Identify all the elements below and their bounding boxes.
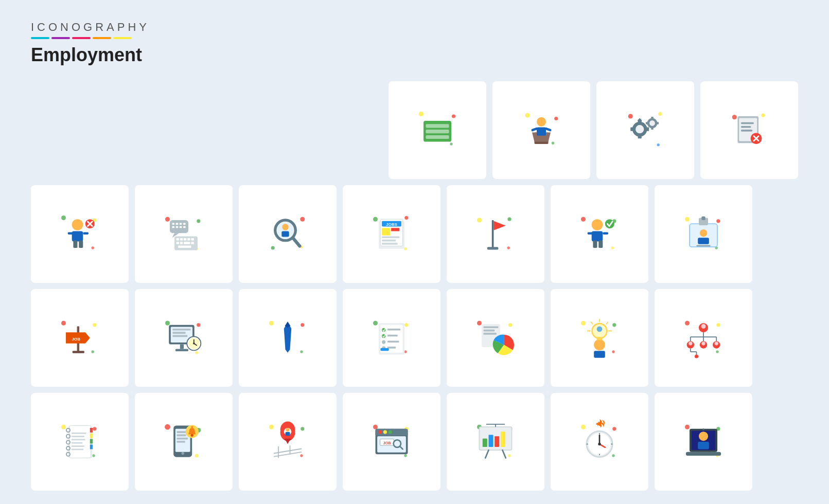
- icon-fired[interactable]: [31, 185, 129, 283]
- icon-job-search-web[interactable]: JOB: [343, 393, 440, 491]
- svg-point-123: [700, 229, 707, 237]
- svg-point-212: [92, 454, 95, 457]
- svg-rect-96: [382, 228, 390, 235]
- color-bar-2: [51, 37, 70, 39]
- svg-rect-166: [380, 348, 389, 351]
- svg-point-149: [301, 323, 304, 327]
- svg-rect-172: [484, 330, 495, 332]
- svg-point-20: [658, 112, 662, 116]
- icon-tie[interactable]: [239, 289, 337, 387]
- svg-point-193: [701, 324, 706, 329]
- svg-rect-63: [176, 223, 179, 225]
- svg-point-263: [389, 430, 392, 434]
- svg-point-116: [605, 219, 614, 228]
- svg-point-148: [269, 321, 274, 326]
- svg-point-118: [716, 219, 720, 223]
- svg-rect-97: [391, 228, 399, 231]
- svg-point-48: [72, 219, 83, 230]
- svg-rect-139: [172, 332, 185, 334]
- svg-rect-275: [483, 439, 487, 447]
- svg-rect-132: [73, 351, 84, 353]
- icon-rejected-doc[interactable]: [700, 81, 798, 179]
- icon-mobile-notification[interactable]: [135, 393, 233, 491]
- svg-rect-99: [382, 240, 396, 242]
- icon-row-3: JOB: [31, 393, 798, 491]
- icon-idea[interactable]: [551, 289, 648, 387]
- svg-point-211: [93, 427, 96, 430]
- svg-rect-16: [537, 128, 546, 136]
- svg-rect-229: [72, 449, 83, 451]
- svg-rect-69: [183, 226, 186, 228]
- icon-gears[interactable]: [596, 81, 694, 179]
- svg-point-19: [628, 114, 633, 119]
- svg-point-7: [445, 124, 447, 127]
- icon-video-interview[interactable]: [655, 393, 752, 491]
- svg-point-262: [383, 430, 387, 434]
- icon-badge[interactable]: [655, 185, 752, 283]
- icon-presentation-chart[interactable]: [447, 393, 544, 491]
- svg-point-2: [450, 142, 452, 145]
- icon-checklist[interactable]: [343, 289, 440, 387]
- svg-rect-161: [387, 335, 398, 337]
- svg-point-203: [701, 341, 705, 345]
- icon-billboard[interactable]: [389, 81, 486, 179]
- svg-point-1: [452, 114, 455, 118]
- svg-rect-71: [177, 238, 179, 241]
- svg-point-103: [507, 246, 510, 249]
- svg-point-201: [689, 341, 692, 345]
- svg-point-11: [554, 117, 558, 120]
- svg-point-150: [300, 350, 303, 353]
- svg-rect-67: [176, 226, 179, 228]
- svg-rect-301: [698, 442, 709, 449]
- svg-rect-34: [656, 122, 659, 124]
- svg-point-167: [477, 321, 482, 326]
- svg-point-243: [269, 425, 274, 429]
- svg-rect-225: [72, 436, 84, 437]
- svg-point-255: [373, 425, 378, 429]
- svg-point-210: [61, 425, 66, 429]
- icon-presentation[interactable]: [492, 81, 590, 179]
- icon-notebook[interactable]: [31, 393, 129, 491]
- icon-deadline[interactable]: [551, 393, 648, 491]
- icon-row-1: JOBS: [31, 185, 798, 283]
- svg-point-230: [165, 424, 170, 430]
- icon-keyboard[interactable]: [135, 185, 233, 283]
- svg-point-0: [419, 112, 424, 116]
- svg-point-162: [382, 340, 385, 344]
- svg-point-81: [300, 217, 305, 222]
- icon-work-time[interactable]: [135, 289, 233, 387]
- icon-org-chart[interactable]: [655, 289, 752, 387]
- svg-rect-76: [177, 242, 179, 244]
- svg-rect-113: [603, 232, 608, 235]
- svg-point-261: [378, 430, 382, 434]
- icon-location[interactable]: [239, 393, 337, 491]
- icon-job-search[interactable]: [239, 185, 337, 283]
- svg-point-9: [445, 136, 447, 138]
- svg-rect-223: [90, 444, 93, 449]
- icon-jobs-newspaper[interactable]: JOBS: [343, 185, 440, 283]
- svg-rect-227: [72, 442, 83, 444]
- svg-rect-242: [191, 426, 193, 428]
- svg-point-45: [61, 215, 66, 220]
- icon-report[interactable]: [447, 289, 544, 387]
- svg-point-175: [581, 321, 586, 326]
- svg-rect-49: [72, 231, 83, 242]
- svg-rect-52: [73, 241, 77, 248]
- svg-point-35: [732, 115, 737, 119]
- icon-hired[interactable]: [551, 185, 648, 283]
- svg-rect-62: [172, 223, 175, 225]
- svg-rect-80: [178, 246, 191, 248]
- color-bars: [31, 37, 798, 39]
- svg-point-8: [445, 130, 447, 133]
- svg-point-153: [373, 321, 378, 326]
- icon-flag[interactable]: [447, 185, 544, 283]
- svg-point-289: [598, 443, 601, 445]
- svg-point-168: [508, 323, 512, 327]
- icon-job-sign[interactable]: JOB: [31, 289, 129, 387]
- svg-line-88: [293, 238, 300, 246]
- svg-rect-33: [646, 122, 648, 124]
- svg-rect-276: [489, 435, 493, 447]
- svg-rect-124: [698, 238, 709, 244]
- svg-point-90: [404, 216, 408, 220]
- svg-point-82: [271, 246, 275, 249]
